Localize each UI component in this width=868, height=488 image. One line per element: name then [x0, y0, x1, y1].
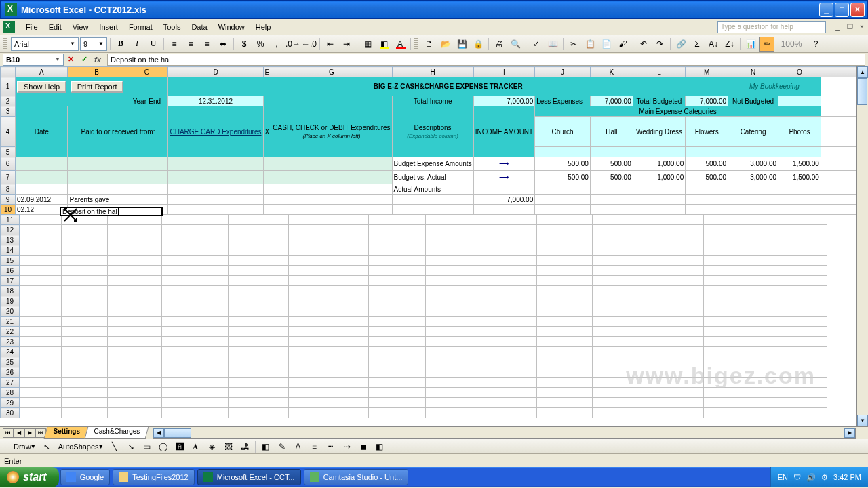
cat-church[interactable]: Church: [535, 117, 591, 147]
cell[interactable]: [760, 317, 827, 327]
row-header-6[interactable]: 6: [1, 157, 16, 171]
cell[interactable]: [220, 306, 229, 317]
col-header-B[interactable]: B: [68, 67, 125, 77]
diagram-button[interactable]: ◈: [205, 439, 220, 454]
col-header-A[interactable]: A: [16, 67, 68, 77]
cell[interactable]: [426, 296, 481, 306]
italic-button[interactable]: I: [130, 37, 144, 52]
cell[interactable]: [760, 225, 827, 235]
cell[interactable]: [229, 286, 289, 296]
cell[interactable]: [108, 296, 162, 306]
cat-hall[interactable]: Hall: [590, 117, 633, 147]
enter-edit-button[interactable]: ✓: [78, 54, 90, 66]
currency-button[interactable]: $: [237, 37, 252, 52]
cell[interactable]: [229, 378, 289, 388]
cell[interactable]: [426, 327, 481, 337]
cell[interactable]: [62, 225, 108, 235]
cell[interactable]: [20, 367, 62, 378]
cell[interactable]: [648, 408, 704, 418]
col-header-E[interactable]: E: [263, 67, 271, 77]
cell[interactable]: [537, 337, 593, 347]
tray-icon[interactable]: 🔊: [806, 473, 816, 482]
cell[interactable]: [229, 276, 289, 286]
menu-file[interactable]: File: [20, 21, 43, 33]
cell[interactable]: [369, 296, 426, 306]
toolbar-grip[interactable]: [3, 38, 7, 50]
cell[interactable]: [760, 337, 827, 347]
cell[interactable]: [648, 306, 704, 317]
row-header-18[interactable]: 18: [1, 286, 20, 296]
sort-asc-button[interactable]: A↓: [706, 37, 721, 52]
cell[interactable]: [20, 286, 62, 296]
cell[interactable]: [108, 388, 162, 398]
cell[interactable]: [537, 357, 593, 367]
cell[interactable]: [593, 256, 648, 266]
arrow-button[interactable]: ↘: [123, 439, 138, 454]
col-header-D[interactable]: D: [168, 67, 263, 77]
row-header-21[interactable]: 21: [1, 317, 20, 327]
cell[interactable]: [20, 327, 62, 337]
cell[interactable]: [648, 398, 704, 408]
row-header-16[interactable]: 16: [1, 266, 20, 276]
cell[interactable]: [537, 367, 593, 378]
row-header-15[interactable]: 15: [1, 256, 20, 266]
row-header-23[interactable]: 23: [1, 337, 20, 347]
row-header-13[interactable]: 13: [1, 235, 20, 245]
row-header-2[interactable]: 2: [1, 96, 16, 106]
cell[interactable]: [289, 306, 369, 317]
cell[interactable]: [229, 215, 289, 225]
cell[interactable]: [220, 235, 229, 245]
taskbar-item-camtasia[interactable]: Camtasia Studio - Unt...: [304, 469, 409, 485]
cell[interactable]: [229, 347, 289, 357]
cell[interactable]: [648, 388, 704, 398]
autosum-button[interactable]: Σ: [690, 37, 705, 52]
row-header-28[interactable]: 28: [1, 388, 20, 398]
cell[interactable]: [648, 286, 704, 296]
cell[interactable]: [369, 388, 426, 398]
row-header-20[interactable]: 20: [1, 306, 20, 317]
cell[interactable]: [289, 347, 369, 357]
cell[interactable]: [108, 337, 162, 347]
cell[interactable]: [289, 398, 369, 408]
scroll-right-button[interactable]: ▶: [844, 428, 855, 438]
cell[interactable]: [229, 256, 289, 266]
cell[interactable]: [593, 378, 648, 388]
format-painter-button[interactable]: 🖌: [615, 37, 630, 52]
cell[interactable]: [704, 266, 760, 276]
cell[interactable]: [162, 225, 220, 235]
year-end-value[interactable]: 12.31.2012: [168, 96, 263, 106]
cell[interactable]: [426, 235, 481, 245]
row-header-4[interactable]: 4: [1, 117, 16, 147]
select-objects-button[interactable]: ↖: [39, 439, 54, 454]
cell[interactable]: [289, 408, 369, 418]
cell[interactable]: [760, 408, 827, 418]
sort-desc-button[interactable]: Z↓: [722, 37, 737, 52]
cell[interactable]: [289, 235, 369, 245]
row-header-25[interactable]: 25: [1, 357, 20, 367]
help-search-input[interactable]: Type a question for help: [717, 21, 826, 33]
cell[interactable]: [220, 317, 229, 327]
cell[interactable]: [760, 357, 827, 367]
oval-button[interactable]: ◯: [156, 439, 171, 454]
scroll-down-button[interactable]: ▼: [857, 415, 868, 426]
cell[interactable]: [426, 347, 481, 357]
cell[interactable]: [369, 337, 426, 347]
cell[interactable]: [426, 408, 481, 418]
cell[interactable]: [20, 378, 62, 388]
cell[interactable]: [162, 256, 220, 266]
sheet-tab-settings[interactable]: Settings: [44, 427, 89, 439]
cell[interactable]: [229, 398, 289, 408]
cell[interactable]: [62, 388, 108, 398]
cell[interactable]: [704, 256, 760, 266]
close-button[interactable]: ×: [850, 3, 865, 17]
zoom-select[interactable]: 100%: [776, 37, 807, 52]
cat-photos[interactable]: Photos: [778, 117, 821, 147]
cell[interactable]: [229, 296, 289, 306]
cell[interactable]: [162, 215, 220, 225]
chart-button[interactable]: 📊: [743, 37, 758, 52]
merge-center-button[interactable]: ⬌: [216, 37, 231, 52]
cell[interactable]: [593, 388, 648, 398]
cell[interactable]: [20, 357, 62, 367]
print-report-button[interactable]: Print Report: [71, 81, 124, 93]
cell[interactable]: [481, 215, 537, 225]
